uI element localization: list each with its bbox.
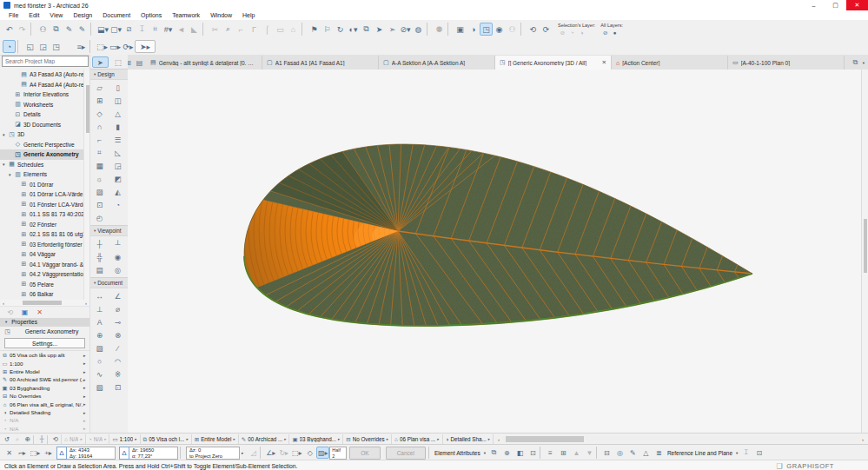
- menu-item[interactable]: Design: [68, 12, 97, 18]
- pen-icon[interactable]: ✎: [63, 23, 76, 36]
- camera-icon[interactable]: ◎: [613, 447, 626, 459]
- z-flyout-icon[interactable]: ▸: [242, 451, 243, 455]
- figure-tool-icon[interactable]: ▧: [90, 381, 109, 394]
- tree-item[interactable]: ⊞ 02.1 SS 81 81 06 utg3: [0, 229, 83, 240]
- toolbar-icon[interactable]: [17, 40, 22, 53]
- roof-tool-icon[interactable]: ◇: [90, 107, 109, 120]
- worksheet-tool-icon[interactable]: ▤: [90, 263, 109, 276]
- shell-tool-icon[interactable]: ∩: [90, 120, 109, 133]
- mesh-tool-icon[interactable]: ▨: [90, 185, 109, 198]
- hotspot-tool-icon[interactable]: ⊕: [90, 328, 109, 341]
- menu-item[interactable]: Edit: [23, 12, 44, 18]
- suspend-groups-icon[interactable]: ⊘▾: [399, 23, 412, 36]
- renovation-na-2[interactable]: ◔ N/A ▸: [85, 434, 109, 445]
- renovation-filter-option[interactable]: ⌂ 06 Plan visa ... ▸: [391, 434, 442, 445]
- rebuild-icon[interactable]: ↻: [334, 23, 347, 36]
- tree-scrollbar[interactable]: [83, 70, 89, 300]
- toolbox-section-design[interactable]: ▾ Design: [90, 69, 128, 80]
- organizer-icon[interactable]: ≡▸: [75, 40, 88, 53]
- model-view-row[interactable]: ▣ 03 Bygghandling ▸: [0, 384, 89, 392]
- id-badge-icon[interactable]: ▣: [20, 308, 30, 317]
- snap-point-icon[interactable]: ◣: [188, 23, 201, 36]
- quick-option-flyout-icon[interactable]: ▸: [186, 437, 188, 441]
- arrow-tool-icon[interactable]: ➤: [92, 56, 109, 68]
- tree-item[interactable]: ▾ ▥ Elements: [0, 169, 83, 180]
- menu-item[interactable]: Window: [205, 12, 237, 18]
- dimension-tool-icon[interactable]: ↔: [90, 289, 109, 302]
- sel-layer-lock-icon[interactable]: ◔: [567, 29, 577, 36]
- tab-layout-plan[interactable]: ▭ [A-40-1-100 Plan 0] ✕: [728, 56, 845, 70]
- railing-tool-icon[interactable]: ⌗: [90, 146, 109, 159]
- label-tool-icon[interactable]: ⊸: [109, 315, 127, 328]
- coordinate-constraint-icon[interactable]: ∠▸: [264, 447, 277, 459]
- setting-flyout-icon[interactable]: ▸: [83, 410, 89, 415]
- bring-forward-icon[interactable]: ▲: [570, 447, 583, 459]
- delete-icon[interactable]: ✕: [35, 308, 44, 317]
- stretch-icon[interactable]: ⌂: [287, 23, 300, 36]
- na-row-2[interactable]: ◔ N/A ▸: [0, 425, 89, 433]
- zone-tool-icon[interactable]: ◩: [109, 172, 127, 185]
- window-tool-icon[interactable]: ◫: [109, 94, 127, 107]
- tree-item[interactable]: ⊞ 04.1 Väggar brand- &: [0, 260, 83, 270]
- element-attributes-label[interactable]: Element Attributes: [434, 450, 480, 456]
- project-chooser-icon[interactable]: ▤: [135, 58, 144, 68]
- tab-close-icon[interactable]: ✕: [602, 59, 606, 66]
- tree-item[interactable]: ⊞ 03 Erforderlig fönster: [0, 240, 83, 250]
- setting-flyout-icon[interactable]: ▸: [83, 369, 89, 374]
- hatch-tool-icon[interactable]: ※: [109, 367, 127, 381]
- lamp-tool-icon[interactable]: ☼: [90, 172, 109, 185]
- tree-item[interactable]: ⊞ 01 Dörrar: [0, 180, 83, 190]
- overrides-option[interactable]: ⊟ No Overrides ▸: [342, 434, 391, 445]
- layer-combination-option[interactable]: ⧉ 05 Visa och l... ▸: [140, 434, 191, 445]
- virtual-trace-icon[interactable]: ◍: [412, 23, 425, 36]
- guide-lines-icon[interactable]: ⌶: [136, 23, 149, 36]
- viewport-hscrollbar[interactable]: ‹ ›: [493, 434, 868, 445]
- tree-item[interactable]: ▤ A4 Fasad A4 (Auto-rebu: [0, 80, 83, 90]
- toolbar-icon[interactable]: [447, 23, 452, 36]
- tree-item[interactable]: ⊞ 05 Pelare: [0, 280, 83, 290]
- menu-item[interactable]: Teamwork: [167, 12, 205, 18]
- scale-option[interactable]: ▭ 1:100 ▸: [109, 434, 139, 445]
- contrast-icon[interactable]: ◑: [467, 23, 480, 36]
- shading-option[interactable]: ◑ Detailed Sha... ▸: [442, 434, 494, 445]
- menu-item[interactable]: View: [44, 12, 68, 18]
- marquee-selection-icon[interactable]: ⬚▸: [96, 40, 109, 53]
- collapse-caret-icon[interactable]: ▾: [5, 320, 7, 324]
- menu-item[interactable]: Options: [136, 12, 167, 18]
- toolbar-icon[interactable]: [63, 40, 75, 53]
- section-tool-icon[interactable]: ┼: [90, 237, 109, 250]
- column-tool-icon[interactable]: ▮: [109, 120, 127, 133]
- curtain-wall-tool-icon[interactable]: ▦: [90, 159, 109, 172]
- opening-tool-icon[interactable]: ⊡: [90, 198, 109, 211]
- pickup-attributes-icon[interactable]: ⧉: [487, 447, 500, 459]
- walk-icon[interactable]: ⚉: [433, 23, 446, 36]
- adjust-icon[interactable]: ⌐: [235, 23, 248, 36]
- intersect-icon[interactable]: Γ: [248, 23, 261, 36]
- tree-item[interactable]: ◳ Generic Axonometry: [0, 149, 83, 160]
- ramp-tool-icon[interactable]: ◺: [109, 146, 127, 159]
- tree-item[interactable]: ⊞ 04 Väggar: [0, 249, 83, 260]
- zoom-back-icon[interactable]: ↺: [2, 434, 12, 444]
- 3d-style-icon[interactable]: ◉: [493, 23, 506, 36]
- layout-book-icon[interactable]: ◲: [36, 40, 50, 53]
- tab-overflow-caret[interactable]: ▾: [863, 61, 865, 65]
- trace-reference-icon[interactable]: ▨▸: [316, 447, 329, 459]
- shading-row[interactable]: ◑ Detailed Shading ▸: [0, 408, 89, 416]
- tree-item[interactable]: ▾ ◳ 3D: [0, 129, 83, 140]
- text-tool-icon[interactable]: A: [90, 315, 109, 328]
- structure-display-row[interactable]: ⊞ Entire Model ▸: [0, 367, 89, 375]
- tree-item[interactable]: ◪ 3D Documents: [0, 120, 83, 130]
- duplicate-icon[interactable]: ⊟: [600, 447, 613, 459]
- line-tool-icon[interactable]: ∕: [109, 341, 127, 354]
- camera-tool-icon[interactable]: ◎: [109, 263, 127, 276]
- redo-icon[interactable]: ↷: [16, 23, 29, 36]
- toolbox-section-viewpoint[interactable]: ▾ Viewpoint: [90, 225, 128, 236]
- polygon-icon[interactable]: △: [639, 447, 653, 459]
- setting-flyout-icon[interactable]: ▸: [83, 418, 89, 423]
- line-weight-icon[interactable]: ≡: [544, 447, 557, 459]
- pen-blue-icon[interactable]: ✎: [76, 23, 89, 36]
- angle-constraint-icon[interactable]: ◿: [247, 447, 260, 459]
- pick-up-parameters-icon[interactable]: ➤: [373, 23, 386, 36]
- toolbar-icon[interactable]: [427, 23, 431, 36]
- arrow-tool-mode-icon[interactable]: ➤▸: [135, 40, 156, 53]
